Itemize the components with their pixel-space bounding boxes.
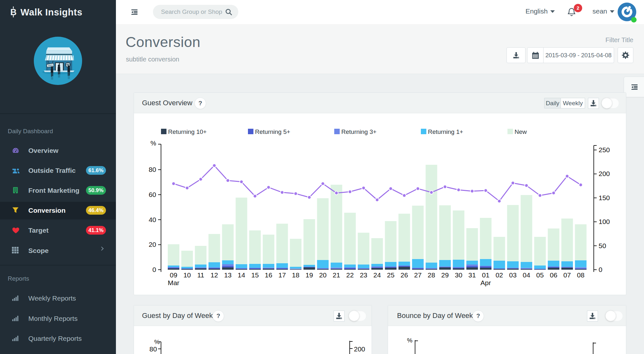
- svg-text:Mar: Mar: [168, 279, 179, 286]
- svg-text:18: 18: [292, 271, 299, 279]
- svg-text:14: 14: [238, 271, 245, 279]
- svg-text:22: 22: [346, 271, 354, 279]
- svg-text:20: 20: [319, 271, 327, 279]
- svg-text:100: 100: [599, 218, 610, 225]
- svg-text:06: 06: [550, 271, 557, 279]
- svg-text:250: 250: [599, 146, 610, 154]
- svg-text:%: %: [150, 140, 156, 147]
- svg-text:80: 80: [149, 345, 157, 353]
- svg-text:150: 150: [599, 194, 610, 201]
- svg-text:23: 23: [360, 271, 367, 279]
- svg-text:15: 15: [251, 271, 259, 279]
- svg-text:27: 27: [414, 271, 421, 279]
- svg-text:40: 40: [149, 216, 156, 223]
- svg-text:17: 17: [279, 271, 286, 279]
- svg-text:0: 0: [599, 266, 602, 273]
- svg-text:09: 09: [170, 271, 177, 279]
- svg-text:05: 05: [536, 271, 544, 279]
- svg-text:28: 28: [428, 271, 435, 279]
- svg-text:02: 02: [496, 271, 503, 279]
- svg-text:11: 11: [197, 271, 204, 279]
- svg-text:31: 31: [469, 271, 476, 279]
- svg-text:50: 50: [599, 242, 606, 249]
- svg-text:%: %: [407, 337, 412, 344]
- svg-text:21: 21: [333, 271, 340, 279]
- svg-text:Apr: Apr: [480, 279, 491, 286]
- svg-text:26: 26: [401, 271, 408, 279]
- svg-text:25: 25: [387, 271, 394, 279]
- svg-text:200: 200: [599, 170, 610, 177]
- svg-text:80: 80: [149, 166, 156, 173]
- svg-text:12: 12: [211, 271, 218, 279]
- svg-text:16: 16: [265, 271, 272, 279]
- svg-text:0: 0: [152, 266, 156, 273]
- svg-text:20: 20: [149, 241, 156, 248]
- svg-text:01: 01: [482, 271, 489, 279]
- svg-text:07: 07: [564, 271, 571, 279]
- svg-text:03: 03: [509, 271, 516, 279]
- svg-text:04: 04: [523, 271, 530, 279]
- svg-text:24: 24: [374, 271, 381, 279]
- svg-text:13: 13: [224, 271, 232, 279]
- svg-text:200: 200: [354, 345, 365, 353]
- svg-text:60: 60: [149, 191, 156, 198]
- svg-text:29: 29: [441, 271, 449, 279]
- svg-text:19: 19: [306, 271, 313, 279]
- svg-text:08: 08: [577, 271, 584, 279]
- svg-text:30: 30: [455, 271, 462, 279]
- svg-text:10: 10: [183, 271, 191, 279]
